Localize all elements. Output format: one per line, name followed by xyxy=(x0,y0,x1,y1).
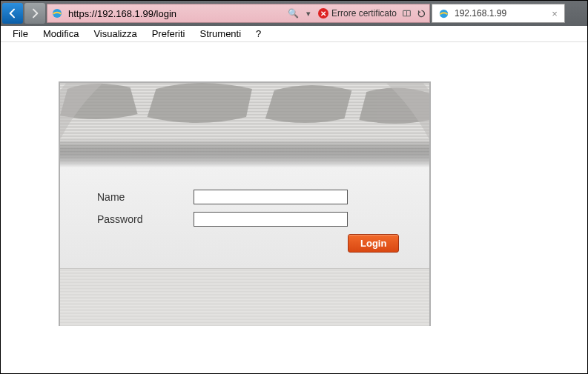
login-form: Name Password Login xyxy=(60,167,429,268)
menu-preferiti[interactable]: Preferiti xyxy=(145,27,193,41)
url-input[interactable] xyxy=(68,8,283,19)
certificate-warning[interactable]: ✕ Errore certificato xyxy=(318,8,397,19)
refresh-icon[interactable] xyxy=(416,8,426,19)
forward-button[interactable] xyxy=(24,3,45,24)
login-footer-strip xyxy=(60,268,429,326)
cert-error-icon: ✕ xyxy=(318,8,328,19)
login-banner xyxy=(60,83,429,167)
password-row: Password xyxy=(97,212,392,227)
browser-navbar: 🔍 ▾ ✕ Errore certificato 192.168.1.99 × xyxy=(1,1,587,26)
menu-help[interactable]: ? xyxy=(248,27,268,41)
dropdown-icon[interactable]: ▾ xyxy=(303,8,314,19)
svg-rect-6 xyxy=(60,139,429,167)
password-input[interactable] xyxy=(194,212,348,227)
menu-strumenti[interactable]: Strumenti xyxy=(192,27,248,41)
menu-file[interactable]: File xyxy=(5,27,36,41)
tab-close-icon[interactable]: × xyxy=(549,8,560,19)
tab-title: 192.168.1.99 xyxy=(455,8,545,19)
back-button[interactable] xyxy=(2,3,23,24)
name-row: Name xyxy=(97,190,392,204)
home-icon[interactable] xyxy=(569,7,583,20)
toolbar-right xyxy=(566,7,586,20)
compat-view-icon[interactable] xyxy=(401,8,412,19)
button-row: Login xyxy=(97,234,392,253)
login-panel: Name Password Login xyxy=(59,81,431,326)
menu-bar: File Modifica Visualizza Preferiti Strum… xyxy=(1,26,587,42)
password-label: Password xyxy=(97,213,194,225)
menu-modifica[interactable]: Modifica xyxy=(36,27,86,41)
address-bar[interactable]: 🔍 ▾ ✕ Errore certificato xyxy=(47,4,430,23)
name-input[interactable] xyxy=(194,190,348,204)
page-content: Name Password Login xyxy=(1,42,587,373)
ie-logo-icon xyxy=(437,7,450,20)
search-icon[interactable]: 🔍 xyxy=(288,8,299,19)
ie-logo-icon xyxy=(50,7,64,20)
login-button[interactable]: Login xyxy=(348,234,399,253)
name-label: Name xyxy=(97,191,194,203)
menu-visualizza[interactable]: Visualizza xyxy=(86,27,144,41)
browser-tab[interactable]: 192.168.1.99 × xyxy=(432,4,565,23)
cert-error-label: Errore certificato xyxy=(331,8,397,19)
